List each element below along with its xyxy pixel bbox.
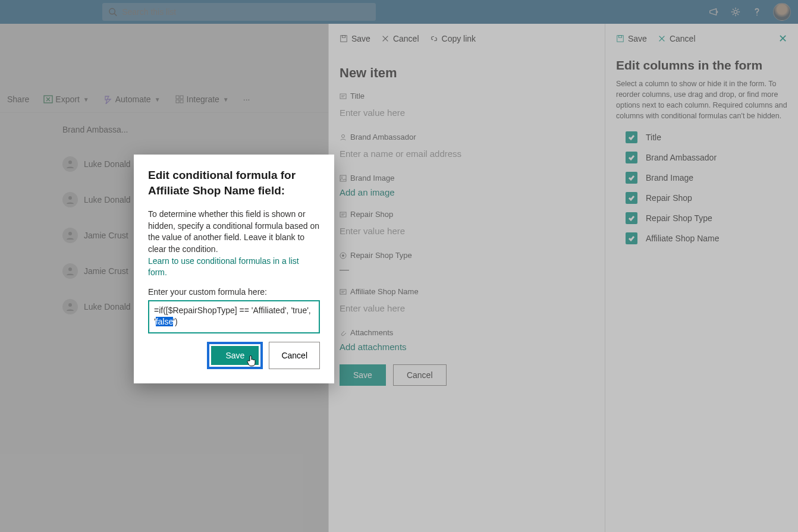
dialog-description: To determine whether this field is shown… <box>148 209 319 254</box>
learn-more-link[interactable]: Learn to use conditional formulas in a l… <box>148 256 299 278</box>
dialog-cancel-button[interactable]: Cancel <box>269 342 320 369</box>
modal-backdrop[interactable] <box>0 0 798 532</box>
formula-input[interactable]: =if([$RepairShopType] == 'Affiliated', '… <box>148 300 320 333</box>
formula-label: Enter your custom formula here: <box>148 287 320 297</box>
dialog-save-button[interactable]: Save <box>211 346 259 365</box>
dialog-title: Edit conditional formula for Affiliate S… <box>148 168 320 198</box>
tutorial-highlight: Save <box>207 342 263 369</box>
conditional-formula-dialog: Edit conditional formula for Affiliate S… <box>134 155 334 383</box>
